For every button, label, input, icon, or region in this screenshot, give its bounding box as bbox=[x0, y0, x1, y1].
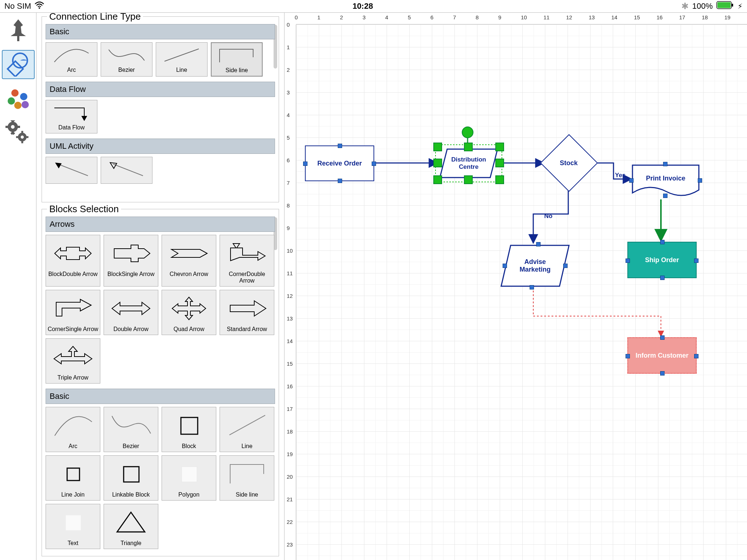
tile-corner-single-arrow[interactable]: CornerSingle Arrow bbox=[46, 290, 100, 335]
svg-marker-38 bbox=[172, 297, 206, 320]
tile-line[interactable]: Line bbox=[156, 42, 208, 77]
svg-point-0 bbox=[39, 7, 40, 9]
svg-marker-40 bbox=[54, 346, 92, 364]
battery-percent: 100% bbox=[692, 1, 713, 11]
svg-line-42 bbox=[229, 415, 265, 435]
section-basic[interactable]: Basic bbox=[46, 24, 275, 39]
svg-line-30 bbox=[58, 164, 88, 176]
svg-marker-47 bbox=[117, 512, 145, 532]
tile-block-single-arrow[interactable]: BlockSingle Arrow bbox=[104, 235, 158, 287]
tile-line-join[interactable]: Line Join bbox=[46, 455, 100, 501]
svg-point-9 bbox=[8, 97, 15, 105]
wifi-icon bbox=[35, 1, 44, 11]
tile-double-arrow[interactable]: Double Arrow bbox=[104, 290, 158, 335]
tile-chevron-arrow[interactable]: Chevron Arrow bbox=[162, 235, 216, 287]
tool-pin[interactable] bbox=[2, 16, 35, 45]
tile-uml-1[interactable] bbox=[46, 157, 97, 184]
ruler-horizontal: 01234567891011121314151617181920 bbox=[296, 13, 747, 24]
tool-shapes[interactable] bbox=[2, 50, 35, 79]
tile-basic-bezier[interactable]: Bezier bbox=[104, 407, 158, 452]
svg-rect-3 bbox=[732, 4, 733, 7]
label-no: No bbox=[544, 213, 553, 220]
svg-point-11 bbox=[22, 101, 29, 108]
node-receive-order[interactable]: Receive Order bbox=[305, 145, 374, 181]
node-advise-marketing[interactable]: Advise Marketing bbox=[500, 245, 570, 287]
tile-basic-side-line[interactable]: Side line bbox=[220, 455, 274, 501]
tile-linkable-block[interactable]: Linkable Block bbox=[104, 455, 158, 501]
svg-rect-17 bbox=[17, 126, 20, 128]
battery-icon bbox=[716, 1, 734, 11]
svg-marker-36 bbox=[171, 249, 207, 257]
svg-marker-31 bbox=[55, 163, 62, 168]
panel-connection-line-type: Connection Line Type Basic Arc Bezier bbox=[42, 16, 279, 202]
node-inform-customer[interactable]: Inform Customer bbox=[627, 337, 697, 374]
tile-corner-double-arrow[interactable]: CornerDouble Arrow bbox=[220, 235, 274, 287]
section-arrows[interactable]: Arrows bbox=[46, 217, 275, 232]
tile-triple-arrow[interactable]: Triple Arrow bbox=[46, 338, 100, 384]
svg-line-28 bbox=[165, 49, 199, 61]
svg-rect-43 bbox=[67, 468, 80, 481]
side-panels: Connection Line Type Basic Arc Bezier bbox=[36, 13, 285, 560]
tile-bezier[interactable]: Bezier bbox=[101, 42, 152, 77]
tile-basic-arc[interactable]: Arc bbox=[46, 407, 100, 452]
svg-point-7 bbox=[11, 89, 19, 97]
svg-rect-24 bbox=[21, 131, 23, 133]
canvas[interactable]: 01234567891011121314151617181920 0123456… bbox=[285, 13, 747, 560]
svg-marker-35 bbox=[114, 245, 150, 262]
status-bar: No SIM 10:28 ✱ 100% ⚡︎ bbox=[0, 0, 747, 12]
svg-marker-39 bbox=[230, 301, 266, 316]
svg-rect-25 bbox=[21, 141, 23, 143]
tile-triangle[interactable]: Triangle bbox=[104, 504, 158, 549]
svg-marker-34 bbox=[55, 247, 91, 260]
section-uml-activity[interactable]: UML Activity bbox=[46, 139, 275, 154]
node-print-invoice[interactable]: Print Invoice bbox=[632, 164, 700, 199]
tile-side-line[interactable]: Side line bbox=[211, 42, 263, 77]
tile-polygon[interactable]: Polygon bbox=[162, 455, 216, 501]
svg-line-32 bbox=[113, 164, 143, 176]
svg-point-13 bbox=[11, 125, 15, 129]
svg-point-8 bbox=[20, 93, 27, 100]
tile-data-flow[interactable]: Data Flow bbox=[46, 100, 97, 133]
node-ship-order[interactable]: Ship Order bbox=[627, 242, 697, 278]
section-basic-blocks[interactable]: Basic bbox=[46, 389, 275, 404]
svg-point-10 bbox=[14, 102, 22, 109]
svg-rect-41 bbox=[181, 417, 198, 434]
svg-rect-4 bbox=[17, 36, 19, 41]
svg-rect-2 bbox=[717, 2, 731, 8]
bluetooth-icon: ✱ bbox=[681, 1, 689, 11]
tile-uml-2[interactable] bbox=[101, 157, 152, 184]
left-tool-rail bbox=[0, 13, 36, 560]
tool-settings[interactable] bbox=[2, 118, 35, 148]
tile-text[interactable]: Text bbox=[46, 504, 100, 549]
svg-rect-46 bbox=[66, 515, 81, 530]
svg-marker-33 bbox=[110, 163, 117, 168]
svg-rect-16 bbox=[5, 126, 8, 128]
svg-rect-44 bbox=[124, 467, 139, 482]
tool-colors[interactable] bbox=[2, 84, 35, 113]
tile-basic-line[interactable]: Line bbox=[220, 407, 274, 452]
tile-quad-arrow[interactable]: Quad Arrow bbox=[162, 290, 216, 335]
svg-rect-27 bbox=[26, 136, 28, 138]
node-distribution-centre[interactable]: Distribution Centre bbox=[439, 148, 498, 178]
sim-status: No SIM bbox=[4, 1, 31, 11]
node-start[interactable] bbox=[462, 127, 473, 138]
svg-point-23 bbox=[20, 136, 24, 139]
tile-arc[interactable]: Arc bbox=[46, 42, 97, 77]
svg-rect-45 bbox=[182, 467, 197, 482]
svg-marker-29 bbox=[81, 116, 87, 121]
tile-standard-arrow[interactable]: Standard Arrow bbox=[220, 290, 274, 335]
tile-block-double-arrow[interactable]: BlockDouble Arrow bbox=[46, 235, 100, 287]
tile-basic-block[interactable]: Block bbox=[162, 407, 216, 452]
flow-connectors bbox=[296, 24, 747, 560]
status-time: 10:28 bbox=[352, 1, 373, 11]
charging-icon: ⚡︎ bbox=[738, 2, 743, 11]
label-yes: Yes bbox=[615, 172, 626, 179]
ruler-vertical: 0123456789101112131415161718192021222324 bbox=[285, 24, 296, 560]
panel-blocks-selection: Blocks Selection Arrows BlockDouble Arro… bbox=[42, 209, 279, 556]
svg-rect-6 bbox=[7, 61, 23, 77]
svg-rect-26 bbox=[16, 136, 19, 138]
section-data-flow[interactable]: Data Flow bbox=[46, 82, 275, 97]
svg-marker-37 bbox=[112, 302, 150, 315]
